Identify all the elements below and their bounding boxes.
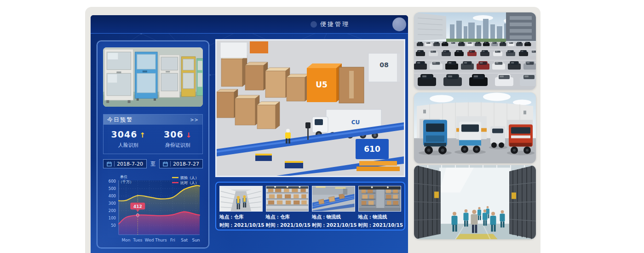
svg-text:100: 100 bbox=[109, 216, 116, 220]
camera-thumb-image-conveyor-line[interactable] bbox=[312, 186, 355, 212]
camera-location-label: 地点：物流线 bbox=[358, 213, 402, 220]
svg-text:400: 400 bbox=[109, 194, 116, 198]
parking-lot-photo[interactable] bbox=[414, 12, 536, 90]
camera-thumb-image-tall-shelves[interactable] bbox=[358, 186, 402, 212]
trend-down-icon: ↓ bbox=[186, 131, 192, 139]
camera-thumb-4: 地点：物流线 时间：2021/10/15 bbox=[358, 186, 402, 230]
svg-text:比对（人）: 比对（人） bbox=[180, 181, 199, 185]
camera-time-label: 时间：2021/10/15 bbox=[358, 222, 402, 228]
svg-text:300: 300 bbox=[109, 201, 116, 206]
start-date-value: 2018-7-20 bbox=[117, 161, 143, 167]
svg-text:500: 500 bbox=[109, 186, 116, 191]
alert-summary-box: 今日预警 >> 3046 ↑ 人脸识别 306 ↓ 身份证识别 bbox=[103, 114, 203, 154]
chip-separator bbox=[170, 161, 171, 167]
svg-text:Wed: Wed bbox=[145, 238, 154, 242]
trend-up-icon: ↑ bbox=[139, 131, 145, 139]
header-bar: 便捷管理 2021-10-15 14：00 星期二 bbox=[91, 15, 408, 34]
svg-text:Sat: Sat bbox=[181, 238, 188, 242]
sidebar-panel: 今日预警 >> 3046 ↑ 人脸识别 306 ↓ 身份证识别 bbox=[97, 40, 209, 248]
logo-icon bbox=[310, 21, 317, 28]
main-camera-view: U5 08 CU bbox=[215, 39, 405, 177]
calendar-icon bbox=[163, 161, 168, 167]
stat-face-recognition: 3046 ↑ 人脸识别 bbox=[104, 129, 153, 149]
alert-more-link[interactable]: >> bbox=[190, 117, 199, 122]
calendar-icon bbox=[107, 161, 112, 167]
stat-id-recognition: 306 ↓ 身份证识别 bbox=[153, 129, 203, 149]
svg-text:200: 200 bbox=[109, 208, 116, 213]
camera-thumb-3: 地点：物流线 时间：2021/10/15 bbox=[312, 186, 355, 230]
storage-cabinets-photo bbox=[103, 47, 203, 107]
date-range-filter: 2018-7-20 至 2018-7-27 bbox=[103, 159, 203, 168]
sign-board-label: 610 bbox=[364, 144, 380, 154]
chip-separator bbox=[114, 161, 115, 167]
truck-container-label: CU bbox=[351, 119, 360, 126]
to-label: 至 bbox=[150, 161, 155, 167]
alert-title: 今日预警 bbox=[107, 116, 133, 124]
svg-text:Thurs: Thurs bbox=[155, 238, 167, 242]
svg-text:Mon: Mon bbox=[122, 238, 131, 242]
svg-text:（千万）: （千万） bbox=[119, 180, 133, 184]
start-date-picker[interactable]: 2018-7-20 bbox=[103, 159, 147, 168]
svg-text:Fri: Fri bbox=[170, 238, 175, 242]
svg-text:600: 600 bbox=[109, 179, 116, 184]
camera-location-label: 地点：仓库 bbox=[219, 213, 263, 220]
stat-label: 身份证识别 bbox=[153, 142, 203, 149]
camera-thumb-image-warehouse-aisle[interactable] bbox=[219, 186, 263, 212]
workers-walking-photo[interactable] bbox=[414, 165, 536, 239]
end-date-value: 2018-7-27 bbox=[173, 161, 199, 167]
end-date-picker[interactable]: 2018-7-27 bbox=[159, 159, 203, 168]
camera-time-label: 时间：2021/10/15 bbox=[219, 222, 263, 228]
camera-thumbnail-panel: 地点：仓库 时间：2021/10/15 地点：仓库 bbox=[215, 182, 405, 230]
trend-line-chart: 50100200300400500600MonTuesWedThursFriSa… bbox=[103, 174, 203, 247]
camera-thumb-image-warehouse-shelves[interactable] bbox=[266, 186, 309, 212]
user-avatar[interactable] bbox=[392, 17, 406, 31]
container-label: 08 bbox=[380, 61, 388, 69]
camera-thumb-2: 地点：仓库 时间：2021/10/15 bbox=[266, 186, 309, 230]
svg-text:412: 412 bbox=[133, 204, 142, 209]
isometric-logistics-yard-image: U5 08 CU bbox=[217, 40, 404, 176]
truck-fleet-photo[interactable] bbox=[414, 92, 536, 163]
container-label: U5 bbox=[316, 80, 328, 89]
svg-text:单位: 单位 bbox=[120, 175, 127, 179]
stat-value: 3046 bbox=[111, 129, 137, 139]
svg-text:抓拍（人）: 抓拍（人） bbox=[180, 176, 199, 180]
app-title: 便捷管理 bbox=[320, 20, 350, 29]
svg-text:50: 50 bbox=[111, 223, 116, 228]
monitor-dashboard: 便捷管理 2021-10-15 14：00 星期二 bbox=[91, 15, 408, 253]
alert-header: 今日预警 >> bbox=[104, 115, 202, 125]
camera-location-label: 地点：仓库 bbox=[266, 213, 309, 220]
svg-text:Sun: Sun bbox=[192, 238, 200, 242]
camera-thumb-1: 地点：仓库 时间：2021/10/15 bbox=[219, 186, 263, 230]
camera-location-label: 地点：物流线 bbox=[312, 213, 355, 220]
camera-time-label: 时间：2021/10/15 bbox=[266, 222, 309, 228]
camera-time-label: 时间：2021/10/15 bbox=[312, 222, 355, 228]
stat-value: 306 bbox=[164, 129, 184, 139]
stat-label: 人脸识别 bbox=[104, 142, 153, 149]
svg-text:Tues: Tues bbox=[132, 238, 142, 242]
